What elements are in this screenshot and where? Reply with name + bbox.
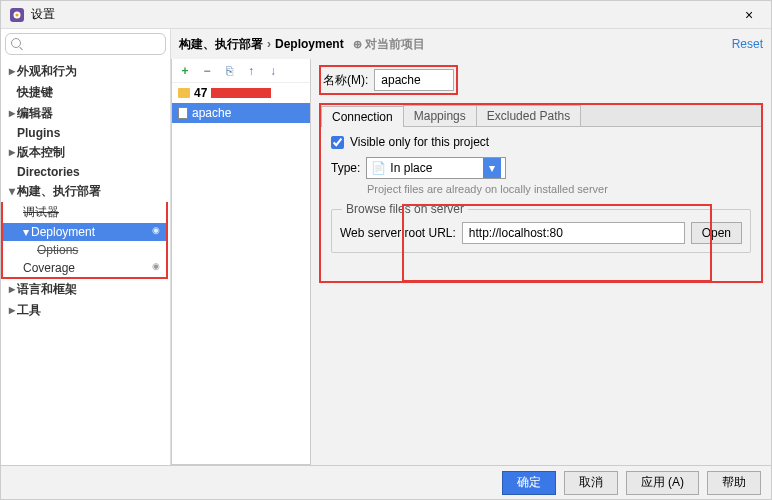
server-list: + − ⎘ ↑ ↓ 47 apache <box>171 59 311 465</box>
help-button[interactable]: 帮助 <box>707 471 761 495</box>
up-icon[interactable]: ↑ <box>244 64 258 78</box>
folder-icon <box>178 88 190 98</box>
tab-mappings[interactable]: Mappings <box>403 105 477 126</box>
tree-appearance[interactable]: ▸外观和行为 <box>1 61 170 82</box>
name-label: 名称(M): <box>323 72 368 89</box>
dialog-footer: 确定 取消 应用 (A) 帮助 <box>1 465 771 499</box>
tree-deployment[interactable]: ▾Deployment◉ <box>3 223 166 241</box>
server-name-input[interactable] <box>374 69 454 91</box>
tree-directories[interactable]: Directories <box>1 163 170 181</box>
sidebar: ▸外观和行为 快捷键 ▸编辑器 Plugins ▸版本控制 Directorie… <box>1 29 171 465</box>
cancel-button[interactable]: 取消 <box>564 471 618 495</box>
tab-connection[interactable]: Connection <box>321 106 404 127</box>
tree-deployment-options[interactable]: Options <box>3 241 166 259</box>
type-icon: 📄 <box>371 161 386 175</box>
tree-coverage[interactable]: Coverage◉ <box>3 259 166 277</box>
settings-tree: ▸外观和行为 快捷键 ▸编辑器 Plugins ▸版本控制 Directorie… <box>1 59 170 465</box>
remove-icon[interactable]: − <box>200 64 214 78</box>
type-label: Type: <box>331 161 360 175</box>
tree-debugger[interactable]: 调试器 <box>3 202 166 223</box>
tree-vcs[interactable]: ▸版本控制 <box>1 142 170 163</box>
breadcrumb: 构建、执行部署›Deployment ⊕ 对当前项目 <box>179 36 732 53</box>
add-icon[interactable]: + <box>178 64 192 78</box>
close-icon[interactable]: × <box>735 7 763 23</box>
tree-editor[interactable]: ▸编辑器 <box>1 103 170 124</box>
reset-link[interactable]: Reset <box>732 37 763 51</box>
tree-plugins[interactable]: Plugins <box>1 124 170 142</box>
type-select[interactable]: 📄 In place ▾ <box>366 157 506 179</box>
tree-keymap[interactable]: 快捷键 <box>1 82 170 103</box>
breadcrumb-hint: ⊕ 对当前项目 <box>353 38 425 50</box>
tree-tools[interactable]: ▸工具 <box>1 300 170 321</box>
tab-excluded[interactable]: Excluded Paths <box>476 105 581 126</box>
apply-button[interactable]: 应用 (A) <box>626 471 699 495</box>
app-icon <box>9 7 25 23</box>
server-item-47[interactable]: 47 <box>172 83 310 103</box>
search-input[interactable] <box>5 33 166 55</box>
tree-languages[interactable]: ▸语言和框架 <box>1 279 170 300</box>
down-icon[interactable]: ↓ <box>266 64 280 78</box>
file-icon <box>178 107 188 119</box>
copy-icon[interactable]: ⎘ <box>222 64 236 78</box>
server-item-apache[interactable]: apache <box>172 103 310 123</box>
visible-only-label: Visible only for this project <box>350 135 489 149</box>
visible-only-checkbox[interactable] <box>331 136 344 149</box>
chevron-down-icon: ▾ <box>483 158 501 178</box>
detail-tabs: Connection Mappings Excluded Paths <box>321 105 761 127</box>
svg-point-2 <box>15 13 18 16</box>
tree-build[interactable]: ▾构建、执行部署 <box>1 181 170 202</box>
search-icon <box>11 38 21 48</box>
window-title: 设置 <box>31 6 735 23</box>
ok-button[interactable]: 确定 <box>502 471 556 495</box>
